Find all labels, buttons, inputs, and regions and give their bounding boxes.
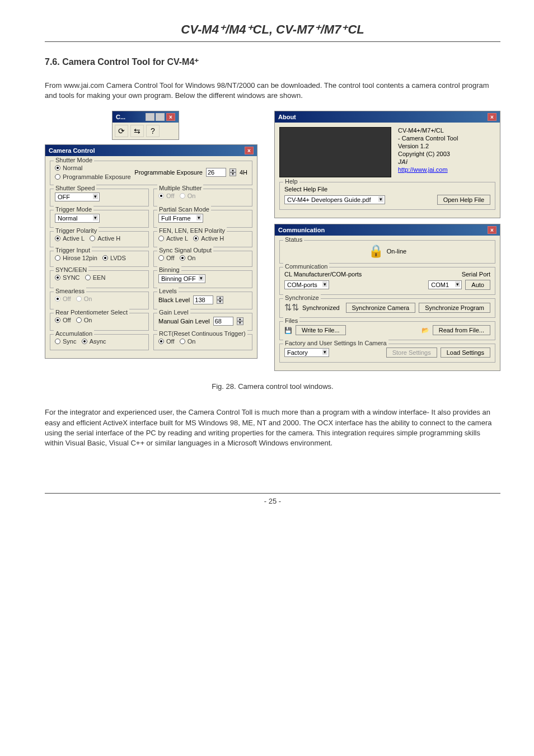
lvds-radio[interactable]: LVDS — [102, 255, 126, 261]
help-file-select[interactable]: CV-M4+ Developers Guide.pdf — [284, 195, 385, 204]
jai-link[interactable]: http://www.jai.com — [398, 166, 458, 173]
multi-shutter-legend: Multiple Shutter — [157, 185, 203, 191]
black-value[interactable]: 138 — [193, 295, 213, 304]
page-number: - 25 - — [45, 497, 500, 505]
pe-spinner[interactable]: ▲▼ — [229, 168, 236, 176]
toolbar-window: C... × ⟳ ⇆ ? — [112, 111, 179, 140]
fen-legend: FEN, LEN, EEN Polarity — [157, 227, 227, 234]
store-settings-button[interactable]: Store Settings — [386, 348, 437, 358]
smear-off-radio[interactable]: Off — [55, 295, 71, 302]
minimize-button[interactable] — [146, 113, 154, 121]
pe-label: Programmable Exposure — [134, 169, 203, 176]
accum-async-radio[interactable]: Async — [82, 338, 106, 345]
binning-select[interactable]: Binning OFF — [158, 274, 205, 283]
jai-logo-icon: JAi — [398, 158, 458, 165]
trigger-mode-select[interactable]: Normal — [55, 214, 100, 223]
load-settings-button[interactable]: Load Settings — [441, 348, 490, 358]
close-icon[interactable]: × — [488, 226, 496, 234]
rear-on-radio[interactable]: On — [76, 317, 92, 323]
syncout-on-radio[interactable]: On — [180, 255, 196, 261]
folder-icon: 📂 — [421, 327, 429, 334]
sync-een-group: SYNC/EEN SYNC EEN — [50, 270, 149, 288]
help-icon[interactable]: ? — [146, 125, 160, 137]
pe-value[interactable]: 26 — [206, 168, 226, 177]
shutter-speed-legend: Shutter Speed — [54, 185, 96, 191]
auto-button[interactable]: Auto — [465, 280, 490, 290]
disk-icon: 💾 — [284, 327, 292, 334]
open-help-button[interactable]: Open Help File — [437, 195, 490, 205]
close-icon[interactable]: × — [245, 147, 254, 154]
multi-on-radio[interactable]: On — [180, 192, 196, 199]
rct-on-label: On — [188, 338, 196, 345]
smear-on-radio[interactable]: On — [76, 295, 92, 302]
shutter-speed-select[interactable]: OFF — [55, 192, 100, 201]
sync-radio[interactable]: SYNC — [55, 274, 80, 281]
syncout-on-label: On — [188, 255, 196, 261]
about-titlebar[interactable]: About × — [275, 111, 500, 123]
shutter-mode-group: Shutter Mode Normal Programmable Exposur… — [50, 161, 252, 185]
gain-manual-label: Manual Gain Level — [158, 318, 210, 325]
accum-async-label: Async — [90, 338, 106, 345]
connect-icon[interactable]: ⇆ — [130, 125, 144, 137]
sync-output-group: Sync Signal Output Off On — [153, 251, 252, 267]
fen-al-radio[interactable]: Active L — [158, 235, 188, 242]
maximize-button[interactable] — [156, 113, 165, 121]
black-spinner[interactable]: ▲▼ — [217, 296, 223, 304]
communication-window: Communication × Status 🔒 On-line Communi… — [274, 224, 500, 371]
footer-rule — [45, 493, 500, 494]
rct-off-label: Off — [166, 338, 174, 345]
sync-camera-button[interactable]: Synchronize Camera — [346, 303, 416, 313]
camera-control-window: Camera Control × Shutter Mode Normal Pro… — [45, 144, 257, 359]
fen-ah-radio[interactable]: Active H — [193, 235, 224, 242]
fen-al-label: Active L — [166, 235, 188, 242]
shutter-mode-legend: Shutter Mode — [54, 157, 94, 163]
gain-spinner[interactable]: ▲▼ — [237, 317, 243, 325]
serial-label: Serial Port — [462, 271, 490, 278]
syncout-off-label: Off — [166, 255, 174, 261]
levels-group: Levels Black Level 138 ▲▼ — [153, 292, 252, 309]
shutter-normal-radio[interactable]: Normal — [55, 165, 131, 171]
rct-off-radio[interactable]: Off — [158, 338, 174, 345]
trigger-mode-group: Trigger Mode Normal — [50, 210, 149, 228]
hirose-radio[interactable]: Hirose 12pin — [55, 255, 97, 261]
rear-off-radio[interactable]: Off — [55, 317, 71, 323]
rct-on-radio[interactable]: On — [180, 338, 196, 345]
close-icon[interactable]: × — [488, 113, 496, 121]
trig-active-l-radio[interactable]: Active L — [55, 235, 85, 242]
help-legend: Help — [283, 178, 299, 185]
factory-select[interactable]: Factory — [284, 348, 329, 357]
integrator-paragraph: For the integrator and experienced user,… — [45, 407, 500, 448]
trigger-polarity-group: Trigger Polarity Active L Active H — [50, 231, 149, 247]
multi-shutter-group: Multiple Shutter Off On — [153, 189, 252, 206]
help-select-label: Select Help File — [284, 186, 490, 192]
multi-off-radio[interactable]: Off — [158, 192, 174, 199]
partial-scan-select[interactable]: Full Frame — [158, 214, 203, 223]
accum-sync-radio[interactable]: Sync — [55, 338, 76, 345]
com-ports-select[interactable]: COM-ports — [284, 280, 329, 289]
comm-title: Communication — [278, 227, 325, 233]
camera-control-title: Camera Control — [49, 147, 95, 154]
binning-legend: Binning — [157, 266, 181, 273]
sync-program-button[interactable]: Synchronize Program — [419, 303, 490, 313]
right-column: About × CV-M4+/M7+/CL - Camera Control T… — [274, 111, 500, 371]
refresh-icon[interactable]: ⟳ — [115, 125, 128, 137]
close-icon[interactable]: × — [166, 113, 175, 121]
toolbar-titlebar[interactable]: C... × — [113, 111, 179, 123]
camera-control-titlebar[interactable]: Camera Control × — [45, 145, 257, 156]
pe-unit: 4H — [240, 169, 247, 176]
write-file-button[interactable]: Write to File... — [296, 325, 346, 335]
gain-value[interactable]: 68 — [213, 317, 233, 326]
trigger-polarity-legend: Trigger Polarity — [54, 227, 99, 234]
comm-titlebar[interactable]: Communication × — [275, 224, 500, 236]
een-radio[interactable]: EEN — [85, 274, 106, 281]
shutter-prog-radio[interactable]: Programmable Exposure — [55, 173, 131, 180]
title-rule — [45, 41, 500, 42]
pe-control: Programmable Exposure 26 ▲▼ 4H — [134, 168, 247, 177]
sync-group: Synchronize ⇅⇅Synchronized Synchronize C… — [279, 298, 495, 318]
trig-al-label: Active L — [63, 235, 85, 242]
com1-select[interactable]: COM1 — [428, 280, 462, 289]
syncout-off-radio[interactable]: Off — [158, 255, 174, 261]
trig-active-h-radio[interactable]: Active H — [90, 235, 120, 242]
accum-legend: Accumulation — [54, 330, 94, 337]
read-file-button[interactable]: Read from File... — [433, 325, 490, 335]
